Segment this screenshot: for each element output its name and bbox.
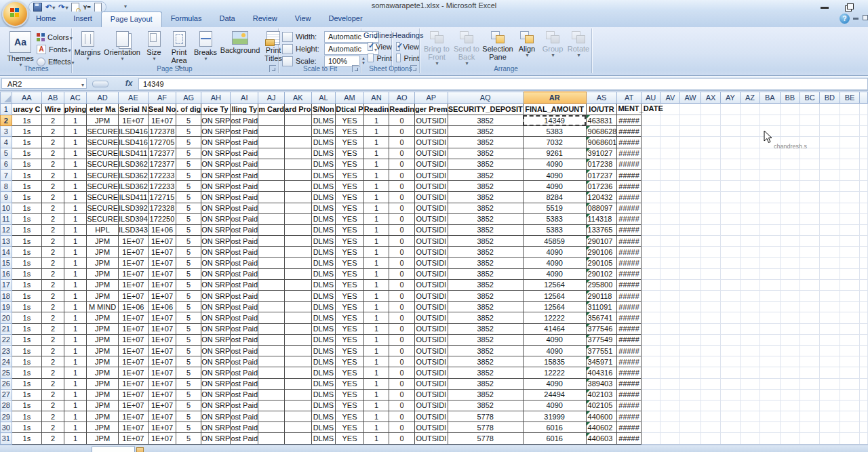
- spreadsheet-grid[interactable]: AAABACADAEAFAGAHAIAJAKALAMANAOAPAQARASAT…: [0, 91, 868, 445]
- cell-AX30[interactable]: [701, 422, 720, 433]
- cell-AI14[interactable]: ost Paid: [231, 247, 258, 258]
- cell-AI31[interactable]: ost Paid: [231, 433, 258, 444]
- cell-AV5[interactable]: [660, 148, 680, 159]
- cell-partial12[interactable]: [860, 224, 868, 235]
- cell-AF8[interactable]: 172233: [148, 181, 176, 192]
- cell-AZ13[interactable]: [740, 236, 760, 247]
- cell-AA21[interactable]: 1s: [12, 323, 42, 334]
- cell-AJ9[interactable]: [258, 192, 285, 203]
- size-button[interactable]: Size: [142, 31, 166, 61]
- cell-AC23[interactable]: 1: [64, 345, 86, 356]
- cell-AG10[interactable]: 5: [176, 203, 201, 213]
- cell-AU24[interactable]: [641, 356, 660, 367]
- cell-BE13[interactable]: [840, 236, 860, 247]
- cell-AR29[interactable]: 31999: [523, 411, 586, 422]
- cell-AA20[interactable]: 1s: [12, 312, 42, 323]
- cell-AJ25[interactable]: [258, 367, 285, 378]
- cell-BA29[interactable]: [760, 411, 780, 422]
- cell-AN13[interactable]: 1: [363, 236, 389, 247]
- cell-AT28[interactable]: #####: [617, 400, 641, 411]
- row-header-2[interactable]: 2: [1, 115, 12, 126]
- row-header-10[interactable]: 10: [1, 203, 12, 213]
- cell-AT30[interactable]: #####: [617, 422, 641, 433]
- cell-AO30[interactable]: 0: [389, 422, 415, 433]
- column-header-AS[interactable]: AS: [586, 92, 617, 104]
- cell-AB24[interactable]: 2: [42, 356, 64, 367]
- cell-AM21[interactable]: YES: [336, 323, 363, 334]
- cell-AS21[interactable]: 377546: [586, 323, 617, 334]
- cell-AW28[interactable]: [680, 400, 701, 411]
- cell-AQ23[interactable]: 3852: [448, 345, 523, 356]
- cell-AG7[interactable]: 5: [176, 169, 201, 180]
- formula-tool-icon[interactable]: Y=: [83, 4, 90, 11]
- cell-AL4[interactable]: DLMS: [311, 137, 336, 148]
- cell-AV31[interactable]: [660, 433, 680, 444]
- cell-AR23[interactable]: 4090: [523, 345, 586, 356]
- undo-button[interactable]: ↶: [45, 3, 55, 12]
- cell-partial29[interactable]: [860, 411, 868, 422]
- cell-partial4[interactable]: [860, 137, 868, 148]
- cell-AG30[interactable]: 5: [176, 422, 201, 433]
- cell-AA5[interactable]: 1s: [12, 148, 42, 159]
- cell-AL27[interactable]: DLMS: [311, 389, 336, 400]
- cell-AE3[interactable]: ILSD416: [118, 126, 148, 137]
- cell-AZ15[interactable]: [740, 258, 760, 268]
- cell-AZ8[interactable]: [740, 181, 760, 192]
- headings-view-checkbox[interactable]: View: [392, 41, 419, 52]
- cell-AZ7[interactable]: [740, 169, 760, 180]
- cell-AG25[interactable]: 5: [176, 367, 201, 378]
- cell-AD11[interactable]: SECURE: [87, 213, 119, 224]
- cell-AY7[interactable]: [721, 169, 741, 180]
- cell-AC18[interactable]: 1: [64, 291, 86, 302]
- cell-BD30[interactable]: [820, 422, 840, 433]
- cell-AM8[interactable]: YES: [336, 181, 363, 192]
- cell-AF20[interactable]: 1E+07: [148, 312, 176, 323]
- cell-AN23[interactable]: 1: [363, 345, 389, 356]
- cell-AW7[interactable]: [680, 169, 701, 180]
- cell-AE15[interactable]: 1E+07: [118, 258, 148, 268]
- cell-AP3[interactable]: OUTSIDI: [415, 126, 448, 137]
- cell-AA26[interactable]: 1s: [12, 378, 42, 389]
- cell-AF3[interactable]: 172378: [148, 126, 176, 137]
- cell-AT3[interactable]: #####: [617, 126, 641, 137]
- cell-AP8[interactable]: OUTSIDI: [415, 181, 448, 192]
- cell-AF21[interactable]: 1E+07: [148, 323, 176, 334]
- cell-BA20[interactable]: [760, 312, 780, 323]
- row-header-30[interactable]: 30: [1, 422, 12, 433]
- cell-AU11[interactable]: [641, 213, 660, 224]
- cell-partial1[interactable]: [860, 104, 868, 115]
- header-cell-AM1[interactable]: Dtical P: [336, 104, 363, 115]
- cell-AU27[interactable]: [641, 389, 660, 400]
- cell-AR17[interactable]: 12564: [523, 279, 586, 290]
- cell-AE5[interactable]: ILSD411: [118, 148, 148, 159]
- cell-BB31[interactable]: [780, 433, 800, 444]
- cell-AP2[interactable]: OUTSIDI: [415, 115, 448, 126]
- cell-AI3[interactable]: ost Paid: [231, 126, 258, 137]
- cell-AU26[interactable]: [641, 378, 660, 389]
- cell-partial6[interactable]: [860, 159, 868, 169]
- cell-AX3[interactable]: [701, 126, 720, 137]
- cell-AL16[interactable]: DLMS: [311, 268, 336, 279]
- cell-AN10[interactable]: 1: [363, 203, 389, 213]
- cell-AV21[interactable]: [660, 323, 680, 334]
- cell-BB23[interactable]: [780, 345, 800, 356]
- cell-AG27[interactable]: 5: [176, 389, 201, 400]
- cell-AW24[interactable]: [680, 356, 701, 367]
- cell-BC8[interactable]: [800, 181, 819, 192]
- redo-button[interactable]: ↷: [58, 3, 68, 12]
- row-header-8[interactable]: 8: [1, 181, 12, 192]
- cell-AW5[interactable]: [680, 148, 701, 159]
- tab-formulas[interactable]: Formulas: [162, 12, 211, 27]
- row-header-13[interactable]: 13: [1, 236, 12, 247]
- themes-button[interactable]: Aa Themes: [5, 31, 35, 67]
- cell-AL8[interactable]: DLMS: [311, 181, 336, 192]
- cell-AZ9[interactable]: [740, 192, 760, 203]
- cell-AD30[interactable]: JPM: [87, 422, 119, 433]
- cell-BB24[interactable]: [780, 356, 800, 367]
- cell-AP5[interactable]: OUTSIDI: [415, 148, 448, 159]
- header-cell-AH1[interactable]: vice Ty: [201, 104, 231, 115]
- cell-AP9[interactable]: OUTSIDI: [415, 192, 448, 203]
- cell-AR27[interactable]: 24494: [523, 389, 586, 400]
- cell-AU6[interactable]: [641, 159, 660, 169]
- cell-BE25[interactable]: [840, 367, 860, 378]
